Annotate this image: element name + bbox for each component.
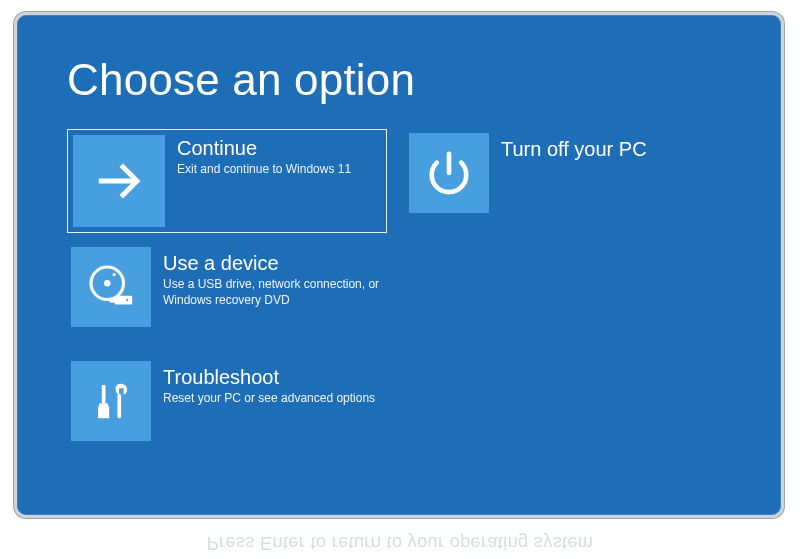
- option-desc: Exit and continue to Windows 11: [177, 162, 351, 178]
- disc-usb-icon: [71, 247, 151, 327]
- option-text: Troubleshoot Reset your PC or see advanc…: [163, 359, 379, 407]
- options-grid: Continue Exit and continue to Windows 11…: [67, 129, 731, 461]
- option-text: Turn off your PC: [501, 131, 651, 163]
- option-label: Continue: [177, 136, 351, 160]
- recovery-screen: Choose an option Continue Exit and conti…: [14, 12, 784, 518]
- option-turn-off[interactable]: Turn off your PC: [405, 129, 725, 233]
- svg-rect-6: [110, 298, 116, 303]
- option-label: Use a device: [163, 251, 381, 275]
- option-text: Use a device Use a USB drive, network co…: [163, 245, 385, 308]
- option-desc: Reset your PC or see advanced options: [163, 391, 375, 407]
- option-label: Troubleshoot: [163, 365, 375, 389]
- option-label: Turn off your PC: [501, 137, 647, 161]
- option-text: Continue Exit and continue to Windows 11: [177, 130, 355, 178]
- svg-rect-5: [115, 296, 133, 305]
- page-title: Choose an option: [67, 55, 731, 105]
- power-icon: [409, 133, 489, 213]
- tools-icon: [71, 361, 151, 441]
- arrow-right-icon: [73, 135, 165, 227]
- svg-point-4: [113, 273, 116, 276]
- svg-rect-9: [117, 394, 121, 418]
- svg-point-7: [126, 299, 128, 301]
- reflection-text: Press Enter to return to your operating …: [60, 517, 740, 553]
- grid-empty-cell: [405, 243, 725, 347]
- option-desc: Use a USB drive, network connection, or …: [163, 277, 381, 308]
- svg-point-3: [104, 280, 111, 287]
- option-troubleshoot[interactable]: Troubleshoot Reset your PC or see advanc…: [67, 357, 387, 461]
- option-use-device[interactable]: Use a device Use a USB drive, network co…: [67, 243, 387, 347]
- svg-rect-8: [102, 385, 106, 403]
- option-continue[interactable]: Continue Exit and continue to Windows 11: [67, 129, 387, 233]
